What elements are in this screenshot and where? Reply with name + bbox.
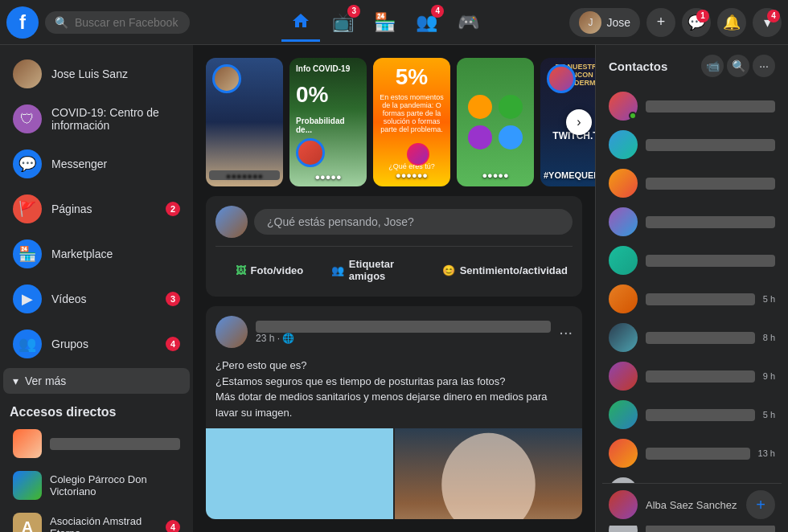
sidebar-item-messenger[interactable]: 💬 Messenger xyxy=(3,143,190,185)
acceso-count-2: 4 xyxy=(166,520,180,532)
nav-store-button[interactable]: 🏪 xyxy=(365,3,404,42)
bottom-contact-avatar xyxy=(609,490,638,519)
contact-time-8: 5 h xyxy=(763,410,775,419)
feeling-action[interactable]: 😊 Sentimiento/actividad xyxy=(437,253,573,287)
story-card-0[interactable]: ●●●●●●● xyxy=(206,58,283,186)
contact-avatar-img-6 xyxy=(609,323,638,352)
contact-avatar-3 xyxy=(609,207,638,236)
grupos-count: 4 xyxy=(166,337,180,351)
photo-action[interactable]: 🖼 Foto/video xyxy=(215,253,323,287)
post-image-placeholder-0 xyxy=(206,428,393,519)
contact-name-2: ●●●●●●●●●●●●●●● xyxy=(646,178,775,190)
contact-avatar-5 xyxy=(609,284,638,313)
contact-avatar-img-8 xyxy=(609,400,638,429)
sidebar-user-avatar xyxy=(13,59,42,88)
dot-purple xyxy=(468,125,492,149)
sidebar-paginas-label: Páginas xyxy=(51,203,156,215)
new-chat-button[interactable]: + xyxy=(746,490,775,519)
story-card-3[interactable]: ●●●●● xyxy=(457,58,534,186)
ver-mas-label: Ver más xyxy=(25,374,66,387)
stories-nav-button[interactable]: › xyxy=(566,109,592,135)
sidebar-grupos-label: Grupos xyxy=(51,338,156,350)
post-more-button[interactable]: ··· xyxy=(559,323,573,342)
contact-name-3: ●●●●●●●●● xyxy=(646,216,775,228)
contact-item-7[interactable]: ●●●●●●●●● 9 h xyxy=(602,357,782,395)
acceso-icon-0 xyxy=(13,429,42,458)
story-card-1[interactable]: Info COVID-190%Probabilidad de... ●●●●● xyxy=(289,58,367,186)
contact-item-9[interactable]: ●●●●●●●●●●● 13 h xyxy=(602,434,782,473)
messenger-button[interactable]: 💬 1 xyxy=(682,8,711,37)
acceso-item-0[interactable]: ●●●●●●●●●● xyxy=(3,424,190,463)
feeling-icon: 😊 xyxy=(442,264,455,276)
video-chat-button[interactable]: 📹 xyxy=(701,55,724,77)
post-user-name: ●●●●●●●●●●●●●● xyxy=(256,321,551,333)
post-box-actions: 🖼 Foto/video 👥 Etiquetar amigos 😊 Sentim… xyxy=(215,246,573,287)
contact-avatar-2 xyxy=(609,169,638,198)
sidebar-videos-label: Vídeos xyxy=(51,293,156,305)
contacts-actions: 📹 🔍 ··· xyxy=(701,55,775,77)
nav-home-button[interactable] xyxy=(281,3,320,42)
center-feed: ●●●●●●● Info COVID-190%Probabilidad de..… xyxy=(193,45,595,532)
contact-avatar-img-7 xyxy=(609,362,638,391)
story-label-3: ●●●●● xyxy=(460,170,531,180)
video-badge: 3 xyxy=(347,5,360,18)
ver-mas-button[interactable]: ▾ Ver más xyxy=(3,368,190,394)
messenger-badge: 1 xyxy=(696,10,709,23)
nav-gaming-button[interactable]: 🎮 xyxy=(449,3,487,42)
accesos-title: Accesos directos xyxy=(0,395,193,423)
feed-post-0: ●●●●●●●●●●●●●● 23 h · 🌐 ··· ¿Pero esto q… xyxy=(206,306,582,519)
contact-item-2[interactable]: ●●●●●●●●●●●●●●● xyxy=(602,164,782,203)
search-input[interactable] xyxy=(75,16,180,29)
nav-video-button[interactable]: 📺 3 xyxy=(323,3,362,42)
sidebar-user[interactable]: Jose Luis Sanz xyxy=(3,53,190,95)
user-pill[interactable]: J Jose xyxy=(569,8,640,37)
contact-item-4[interactable]: ●●●●●●●●●●● xyxy=(602,241,782,280)
videos-icon: ▶ xyxy=(13,284,42,313)
post-box: ¿Qué estás pensando, Jose? 🖼 Foto/video … xyxy=(206,196,582,297)
contacts-more-button[interactable]: ··· xyxy=(753,55,775,77)
store-icon: 🏪 xyxy=(374,12,396,33)
contact-item-6[interactable]: ●●●●●●●●●●● 8 h xyxy=(602,318,782,357)
post-box-top: ¿Qué estás pensando, Jose? xyxy=(215,206,573,238)
menu-button[interactable]: ▾ 4 xyxy=(753,8,782,37)
nav-friends-button[interactable]: 👥 4 xyxy=(407,3,445,42)
post-user-info: ●●●●●●●●●●●●●● 23 h · 🌐 xyxy=(256,321,551,344)
post-meta: 23 h · 🌐 xyxy=(256,333,551,344)
contacts-header: Contactos 📹 🔍 ··· xyxy=(602,51,782,80)
contact-item-5[interactable]: ●●●●●●●●● 5 h xyxy=(602,280,782,318)
story-avatar-0 xyxy=(212,64,241,93)
dot-orange xyxy=(468,95,492,119)
sidebar-item-marketplace[interactable]: 🏪 Marketplace xyxy=(3,233,190,275)
story-card-2[interactable]: 5% En estos momentos de la pandemia: O f… xyxy=(373,58,450,186)
contact-time-5: 5 h xyxy=(763,294,775,304)
sidebar-item-covid[interactable]: 🛡 COVID-19: Centro de información xyxy=(3,98,190,140)
user-avatar: J xyxy=(579,11,601,34)
left-sidebar: Jose Luis Sanz 🛡 COVID-19: Centro de inf… xyxy=(0,45,193,532)
search-bar[interactable]: 🔍 xyxy=(45,11,190,34)
paginas-icon: 🚩 xyxy=(13,194,42,223)
contact-item-8[interactable]: ●●●●●●●●●●●● 5 h xyxy=(602,395,782,434)
notifications-icon: 🔔 xyxy=(723,14,741,31)
photo-label: Foto/video xyxy=(251,264,304,276)
acceso-item-2[interactable]: A Asociación Amstrad Eterno 4 xyxy=(3,508,190,532)
sidebar-item-grupos[interactable]: 👥 Grupos 4 xyxy=(3,323,190,365)
acceso-label-1: Colegio Párroco Don Victoriano xyxy=(50,473,180,497)
search-contacts-button[interactable]: 🔍 xyxy=(727,55,749,77)
contact-name-4: ●●●●●●●●●●● xyxy=(646,255,775,267)
contact-item-0[interactable]: ●●●●●●●● xyxy=(602,87,782,125)
contact-name-1: ●●●●●●●●●● xyxy=(646,139,775,151)
post-box-input[interactable]: ¿Qué estás pensando, Jose? xyxy=(254,209,573,235)
acceso-item-1[interactable]: Colegio Párroco Don Victoriano xyxy=(3,466,190,505)
sidebar-item-paginas[interactable]: 🚩 Páginas 2 xyxy=(3,188,190,230)
contact-avatar-0 xyxy=(609,92,638,121)
sidebar-item-videos[interactable]: ▶ Vídeos 3 xyxy=(3,278,190,320)
notifications-button[interactable]: 🔔 xyxy=(717,8,746,37)
add-button[interactable]: + xyxy=(646,8,675,37)
contact-item-1[interactable]: ●●●●●●●●●● xyxy=(602,125,782,164)
svg-point-0 xyxy=(441,433,536,519)
contact-time-7: 9 h xyxy=(763,371,775,381)
contact-item-3[interactable]: ●●●●●●●●● xyxy=(602,203,782,241)
contact-name-5: ●●●●●●●●● xyxy=(646,293,755,305)
contact-avatar-img-4 xyxy=(609,246,638,275)
tag-action[interactable]: 👥 Etiquetar amigos xyxy=(326,253,434,287)
